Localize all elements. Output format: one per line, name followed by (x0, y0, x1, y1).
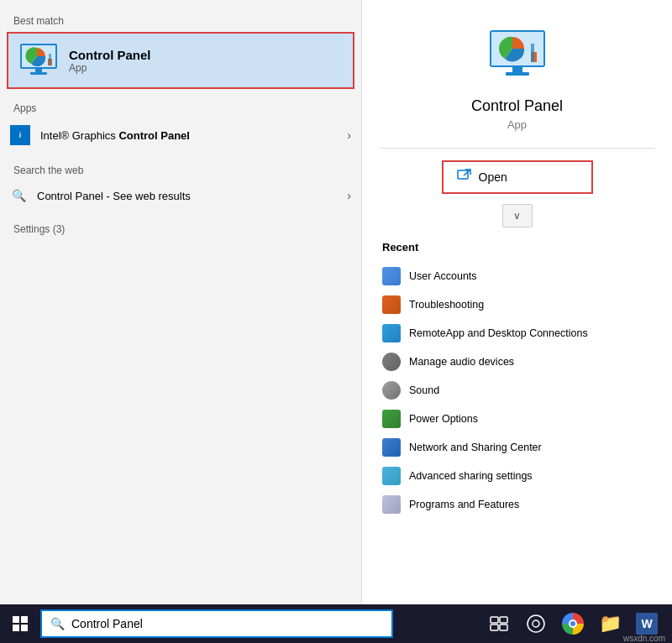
right-divider (379, 148, 655, 149)
recent-item-name: Programs and Features (409, 499, 519, 510)
chrome-icon (562, 613, 584, 635)
search-web-section: Search the web 🔍 Control Panel - See web… (0, 158, 361, 212)
taskbar-search-bar[interactable]: 🔍 Control Panel (40, 609, 393, 638)
power-icon (382, 410, 401, 428)
chrome-taskbar-icon[interactable] (558, 609, 588, 639)
svg-rect-5 (35, 69, 42, 72)
user-accounts-icon (382, 267, 401, 285)
taskbar-search-text: Control Panel (71, 617, 143, 630)
task-view-button[interactable] (484, 609, 514, 639)
search-web-text: Control Panel - See web results (37, 190, 347, 202)
recent-item-power[interactable]: Power Options (379, 405, 655, 433)
expand-button[interactable]: ∨ (502, 204, 533, 227)
recent-item-network[interactable]: Network and Sharing Center (379, 433, 655, 462)
file-explorer-button[interactable]: 📁 (595, 609, 625, 639)
best-match-label: Best match (0, 8, 361, 30)
svg-rect-17 (500, 617, 507, 623)
svg-rect-18 (491, 625, 498, 630)
intel-graphics-icon: i (10, 125, 30, 145)
troubleshooting-icon (382, 295, 401, 314)
cortana-button[interactable] (521, 609, 551, 639)
open-icon (457, 169, 472, 186)
recent-item-sharing[interactable]: Advanced sharing settings (379, 462, 655, 490)
search-web-label: Search the web (0, 158, 361, 180)
network-icon (382, 438, 401, 457)
right-app-title: Control Panel (471, 97, 563, 115)
left-panel: Best match (0, 0, 361, 604)
chrome-inner-circle (569, 619, 577, 628)
best-match-text: Control Panel App (69, 48, 151, 74)
watermark: wsxdn.com (623, 634, 665, 643)
svg-rect-13 (506, 72, 529, 76)
expand-chevron-icon: ∨ (513, 210, 521, 222)
search-web-arrow: › (347, 189, 351, 202)
recent-item-programs[interactable]: Programs and Features (379, 490, 655, 519)
best-match-title: Control Panel (69, 48, 151, 62)
svg-point-20 (528, 615, 544, 632)
right-panel: Control Panel App Open ∨ Recent (361, 0, 672, 604)
programs-icon (382, 495, 401, 514)
recent-item-remoteapp[interactable]: RemoteApp and Desktop Connections (379, 319, 655, 348)
taskbar-search-icon: 🔍 (50, 617, 65, 630)
recent-item-name: RemoteApp and Desktop Connections (409, 327, 588, 339)
remoteapp-icon (382, 324, 401, 342)
svg-rect-12 (512, 67, 522, 72)
search-web-query: Control Panel (37, 190, 103, 202)
best-match-item[interactable]: Control Panel App (7, 32, 354, 89)
taskbar: 🔍 Control Panel (0, 604, 672, 643)
control-panel-icon (18, 40, 59, 81)
right-control-panel-icon (487, 25, 548, 86)
sound-icon (382, 381, 401, 400)
sharing-icon (382, 467, 401, 485)
open-button[interactable]: Open (442, 160, 593, 194)
recent-item-name: Sound (409, 384, 439, 396)
settings-label: Settings (3) (0, 217, 361, 238)
recent-item-audio[interactable]: Manage audio devices (379, 348, 655, 376)
recent-label: Recent (379, 241, 655, 254)
intel-app-arrow: › (347, 128, 351, 142)
svg-rect-19 (500, 625, 507, 630)
best-match-subtitle: App (69, 62, 151, 74)
apps-section: Apps i Intel® Graphics Control Panel › (0, 96, 361, 153)
svg-point-21 (533, 620, 539, 627)
intel-graphics-item[interactable]: i Intel® Graphics Control Panel › (0, 118, 361, 153)
recent-item-name: Network and Sharing Center (409, 442, 542, 453)
svg-rect-4 (49, 54, 51, 65)
windows-logo-icon (13, 616, 28, 631)
recent-item-name: Manage audio devices (409, 356, 514, 368)
intel-app-name: Intel® Graphics Control Panel (40, 129, 347, 142)
recent-item-name: Troubleshooting (409, 299, 484, 311)
recent-item-name: User Accounts (409, 270, 477, 282)
folder-icon: 📁 (599, 613, 622, 635)
apps-label: Apps (0, 96, 361, 118)
start-button[interactable] (3, 607, 37, 640)
search-web-suffix: - See web results (103, 190, 191, 202)
svg-rect-11 (531, 44, 534, 62)
recent-item-troubleshooting[interactable]: Troubleshooting (379, 290, 655, 319)
word-icon: W (636, 613, 658, 635)
svg-rect-14 (458, 170, 468, 179)
right-app-type: App (507, 118, 527, 131)
recent-item-name: Power Options (409, 413, 478, 425)
search-web-item[interactable]: 🔍 Control Panel - See web results › (0, 180, 361, 212)
svg-rect-16 (491, 617, 498, 623)
open-label: Open (479, 170, 507, 184)
recent-item-user-accounts[interactable]: User Accounts (379, 262, 655, 290)
svg-rect-6 (30, 72, 47, 75)
recent-section: Recent User Accounts Troubleshooting Rem… (379, 241, 655, 519)
recent-item-name: Advanced sharing settings (409, 470, 533, 482)
settings-section: Settings (3) (0, 217, 361, 238)
audio-icon (382, 353, 401, 371)
recent-item-sound[interactable]: Sound (379, 376, 655, 405)
web-search-icon: 🔍 (10, 187, 27, 204)
